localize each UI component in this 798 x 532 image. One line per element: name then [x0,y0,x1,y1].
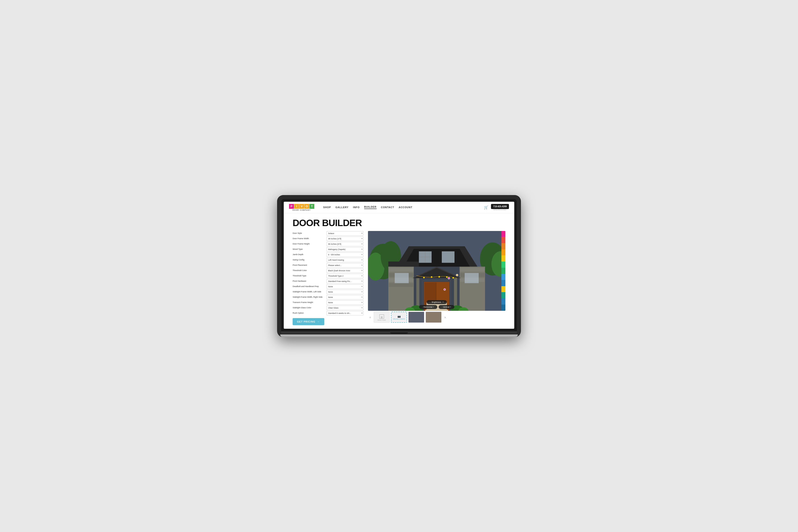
thumb-upload[interactable]: 📷 UPLOAD A PHOTO [391,312,407,323]
color-swatch-steel-blue[interactable] [501,298,506,305]
select-swing-config[interactable]: Left Hand Inswing ▾ [326,258,363,262]
field-rush-option: Rush Option Standard 6 weeks to shi... ▾ [292,311,363,316]
select-glass-color-input[interactable]: Clear Glass [326,306,363,310]
svg-rect-49 [381,316,383,319]
nav-info[interactable]: INFO [353,206,360,209]
select-wood-type[interactable]: Mahogany (Sapele) ▾ [326,247,363,252]
select-threshold-color-input[interactable]: Black (Dark Bronze Anoc [326,268,363,273]
field-wood-type: Wood Type Mahogany (Sapele) ▾ [292,247,363,252]
select-sidelight-right[interactable]: None ▾ [326,295,363,300]
page-title: DOOR BUILDER [292,218,506,228]
horizontal-control[interactable]: - Horizontal + [419,305,437,309]
thumb-house1[interactable] [408,312,424,323]
logo-subtitle: DOOR COMPANY [292,209,311,211]
field-swing-config: Swing Config Left Hand Inswing ▾ [292,258,363,262]
select-door-style-input[interactable]: Solace [326,231,363,235]
preview-controls: - Brightness + - Horizontal + - Vertical… [419,300,454,309]
adjustment-dot-1[interactable] [448,277,450,279]
label-transom: Transom Frame Height [292,301,325,303]
field-sidelight-right: Sidelight Frame Width, Right Side None ▾ [292,295,363,300]
select-transom-input[interactable]: None [326,300,363,305]
builder-form: Door Style Solace ▾ Door Frame Width [292,231,363,325]
select-threshold-color[interactable]: Black (Dark Bronze Anoc ▾ [326,268,363,273]
select-wood-type-input[interactable]: Mahogany (Sapele) [326,247,363,252]
nav-contact[interactable]: CONTACT [381,206,394,209]
select-threshold-type-input[interactable]: Threshold Type 2 [326,274,363,278]
color-swatch-amber[interactable] [501,249,506,255]
select-transom[interactable]: None ▾ [326,300,363,305]
nav-account[interactable]: ACCOUNT [399,206,412,209]
select-frame-height[interactable]: 96 inches (8 ft) ▾ [326,242,363,246]
select-sidelight-left[interactable]: None ▾ [326,289,363,294]
select-pivot-placement-input[interactable]: Please select... [326,263,363,268]
brightness-minus[interactable]: - [430,301,431,303]
field-pivot-placement: Pivot Placement Please select... ▾ [292,263,363,268]
select-jamb-depth-input[interactable]: 6 - 5/8 inches [326,252,363,257]
field-frame-width: Door Frame Width 48 inches (4 ft) ▾ [292,236,363,241]
select-glass-color[interactable]: Clear Glass ▾ [326,305,363,310]
field-threshold-color: Threshold Color Black (Dark Bronze Anoc … [292,268,363,273]
field-sidelight-left: Sidelight Frame Width, Left Side None ▾ [292,289,363,294]
label-rush-option: Rush Option [292,312,325,314]
svg-point-33 [431,276,433,278]
logo-letter-i: I [294,204,299,209]
select-rush-option-input[interactable]: Standard 6 weeks to shi... [326,311,363,316]
select-threshold-type[interactable]: Threshold Type 2 ▾ [326,273,363,278]
brightness-plus[interactable]: + [442,301,443,303]
logo[interactable]: P I V O T DOOR COMPANY [289,204,314,211]
nav-builder[interactable]: BUILDER [364,206,377,209]
color-swatch-navy[interactable] [501,305,506,311]
nav-links: SHOP GALLERY INFO BUILDER CONTACT ACCOUN… [323,206,479,209]
thumb-house2[interactable] [425,312,441,323]
select-pivot-placement[interactable]: Please select... ▾ [326,263,363,268]
svg-point-36 [452,277,454,279]
color-swatch-teal[interactable] [501,292,506,298]
select-pivot-hardware-input[interactable]: Standard Free-swing Piv... [326,279,363,284]
select-jamb-depth[interactable]: 6 - 5/8 inches ▾ [326,252,363,257]
thumb-prev-icon[interactable]: ‹ [368,315,373,319]
color-swatch-gold[interactable] [501,286,506,292]
position-controls: - Horizontal + - Vertical + [419,305,454,309]
color-swatch-pink[interactable] [501,231,506,237]
color-swatch-dark-blue[interactable] [501,280,506,286]
color-swatch-dark-green[interactable] [501,268,506,274]
laptop-frame: P I V O T DOOR COMPANY SHOP GALLERY INFO… [277,195,521,337]
select-deadbolt-input[interactable]: None [326,284,363,289]
thumb-build[interactable]: BUILD YOUR [374,312,390,323]
select-frame-width-input[interactable]: 48 inches (4 ft) [326,236,363,241]
get-pricing-button[interactable]: GET PRICING → [292,318,324,325]
color-swatch-green[interactable] [501,262,506,268]
phone-number[interactable]: 719.425.4289 [491,204,509,209]
label-wood-type: Wood Type [292,248,325,250]
nav-gallery[interactable]: GALLERY [335,206,348,209]
field-glass-color: Sidelight Glass Color Clear Glass ▾ [292,305,363,310]
thumbnail-row: ‹ BUILD YOUR 📷 UPLOAD A PHOTO [368,312,506,323]
color-swatch-blue[interactable] [501,274,506,280]
thumb-next-icon[interactable]: › [443,315,447,319]
select-door-style[interactable]: Solace ▾ [326,231,363,235]
select-sidelight-right-input[interactable]: None [326,295,363,300]
vertical-control[interactable]: - Vertical + [439,305,454,309]
select-pivot-hardware[interactable]: Standard Free-swing Piv... ▾ [326,279,363,284]
color-swatch-red[interactable] [501,237,506,243]
label-pivot-placement: Pivot Placement [292,264,325,266]
laptop-notch [390,332,408,334]
nav-shop[interactable]: SHOP [323,206,331,209]
select-sidelight-left-input[interactable]: None [326,290,363,294]
label-jamb-depth: Jamb Depth [292,253,325,255]
svg-rect-38 [464,273,479,283]
adjustment-dot-3[interactable] [443,288,446,291]
select-frame-height-input[interactable]: 96 inches (8 ft) [326,242,363,246]
brightness-label: Brightness [432,301,441,303]
cart-icon[interactable]: 🛒 [484,205,488,209]
thumb-upload-label: UPLOAD A PHOTO [393,318,405,320]
color-swatch-orange[interactable] [501,243,506,249]
select-frame-width[interactable]: 48 inches (4 ft) ▾ [326,236,363,241]
brightness-control[interactable]: - Brightness + [427,300,447,304]
laptop-screen: P I V O T DOOR COMPANY SHOP GALLERY INFO… [284,202,514,329]
adjustment-dot-2[interactable] [456,274,458,276]
select-swing-config-input[interactable]: Left Hand Inswing [326,258,363,262]
color-swatch-yellow[interactable] [501,255,506,262]
select-rush-option[interactable]: Standard 6 weeks to shi... ▾ [326,311,363,316]
select-deadbolt[interactable]: None ▾ [326,284,363,289]
